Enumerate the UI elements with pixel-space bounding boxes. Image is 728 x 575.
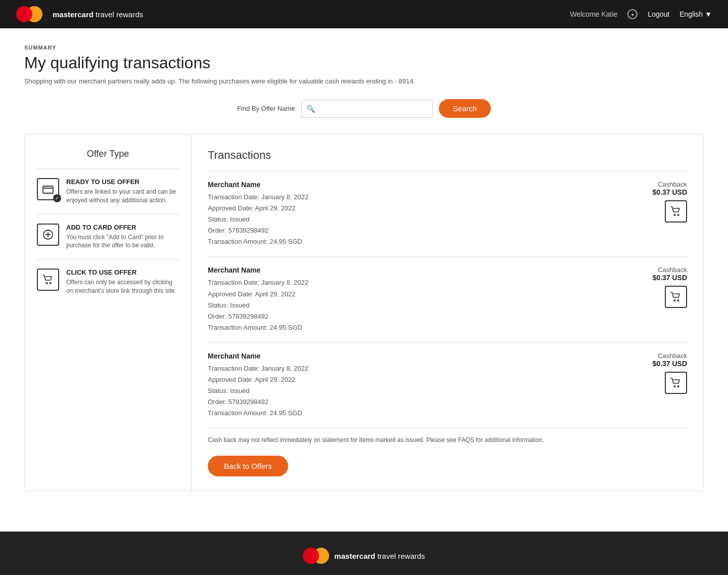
- site-header: mastercard travel rewards Welcome Katie …: [0, 0, 728, 28]
- cashback-amount-1: $0.37 USD: [653, 188, 687, 196]
- click-to-use-icon: [37, 269, 59, 291]
- transaction-date-3: Transaction Date: January 8, 2022: [208, 365, 308, 372]
- mc-red-circle: [16, 6, 32, 22]
- footer-mc-logo: [303, 548, 329, 564]
- approved-date-3: Approved Date: April 29, 2022: [208, 376, 295, 383]
- logout-button[interactable]: Logout: [648, 10, 669, 18]
- transaction-date-2: Transaction Date: January 8, 2022: [208, 279, 308, 286]
- ready-to-use-icon: ✓: [37, 178, 59, 200]
- add-to-card-desc: You must click "Add to Card" prior to pu…: [66, 233, 179, 250]
- cart-icon-1: [665, 200, 687, 223]
- transaction-right-1: Cashback $0.37 USD: [653, 181, 687, 223]
- user-icon: ●: [627, 9, 638, 19]
- offer-type-panel: Offer Type ✓ READY TO USE OFFER Offers a…: [25, 135, 192, 491]
- cashback-3: Cashback $0.37 USD: [653, 352, 687, 368]
- cashback-label-3: Cashback: [653, 352, 687, 360]
- language-selector[interactable]: English ▼: [679, 10, 712, 18]
- status-2: Status: Issued: [208, 301, 249, 309]
- click-to-use-text: CLICK TO USE OFFER Offers can only be ac…: [66, 269, 179, 295]
- svg-point-11: [674, 385, 675, 387]
- search-input[interactable]: [301, 100, 433, 118]
- transactions-title: Transactions: [208, 149, 687, 162]
- panel-row: Offer Type ✓ READY TO USE OFFER Offers a…: [24, 134, 704, 491]
- ready-to-use-text: READY TO USE OFFER Offers are linked to …: [66, 178, 179, 205]
- cart-icon-2: [665, 286, 687, 308]
- mastercard-logo: [16, 6, 42, 22]
- add-to-card-name: ADD TO CARD OFFER: [66, 224, 179, 231]
- page-title: My qualifying transactions: [24, 54, 704, 72]
- add-to-card-text: ADD TO CARD OFFER You must click "Add to…: [66, 224, 179, 250]
- brand-bold: mastercard: [53, 10, 94, 19]
- search-button[interactable]: Search: [439, 99, 491, 118]
- offer-item-add: ADD TO CARD OFFER You must click "Add to…: [37, 224, 179, 250]
- main-content: SUMMARY My qualifying transactions Shopp…: [0, 28, 728, 507]
- transaction-info-2: Merchant Name Transaction Date: January …: [208, 266, 308, 333]
- header-nav: Welcome Katie ● Logout English ▼: [570, 9, 712, 19]
- cashback-1: Cashback $0.37 USD: [653, 181, 687, 196]
- brand-name: mastercard travel rewards: [53, 10, 143, 19]
- offer-type-divider: [37, 168, 179, 169]
- cashback-label-1: Cashback: [653, 181, 687, 188]
- table-row: Merchant Name Transaction Date: January …: [208, 343, 687, 428]
- check-badge-icon: ✓: [53, 194, 61, 202]
- transactions-panel: Transactions Merchant Name Transaction D…: [192, 135, 703, 491]
- ready-to-use-desc: Offers are linked to your card and can b…: [66, 188, 179, 205]
- transaction-right-2: Cashback $0.37 USD: [653, 266, 687, 308]
- back-to-offers-button[interactable]: Back to Offers: [208, 456, 288, 476]
- transaction-info-1: Merchant Name Transaction Date: January …: [208, 181, 308, 247]
- svg-point-9: [674, 300, 675, 301]
- table-row: Merchant Name Transaction Date: January …: [208, 257, 687, 342]
- footer-logo: mastercard travel rewards: [24, 548, 704, 564]
- cashback-2: Cashback $0.37 USD: [653, 266, 687, 282]
- order-1: Order: 57839298492: [208, 227, 268, 234]
- search-label: Find By Offer Name: [237, 105, 295, 112]
- svg-point-12: [677, 385, 679, 387]
- svg-point-7: [674, 214, 675, 216]
- chevron-down-icon: ▼: [705, 10, 712, 18]
- table-row: Merchant Name Transaction Date: January …: [208, 171, 687, 257]
- summary-label: SUMMARY: [24, 45, 704, 51]
- offer-type-title: Offer Type: [37, 149, 179, 159]
- svg-rect-0: [43, 186, 53, 193]
- cashback-note: Cash back may not reflect immediately on…: [208, 436, 687, 444]
- offer-item-click: CLICK TO USE OFFER Offers can only be ac…: [37, 269, 179, 295]
- search-bar: Find By Offer Name 🔍 Search: [24, 99, 704, 118]
- approved-date-2: Approved Date: April 29, 2022: [208, 290, 295, 298]
- search-icon: 🔍: [306, 105, 315, 113]
- add-divider: [37, 259, 179, 259]
- language-label: English: [679, 10, 703, 18]
- svg-point-6: [50, 283, 51, 284]
- welcome-text: Welcome Katie: [570, 10, 617, 18]
- merchant-name-3: Merchant Name: [208, 352, 308, 360]
- cart-icon-3: [665, 372, 687, 394]
- ready-divider: [37, 214, 179, 214]
- cashback-amount-3: $0.37 USD: [653, 360, 687, 368]
- svg-point-5: [46, 283, 48, 284]
- add-to-card-icon: [37, 224, 59, 246]
- svg-point-8: [677, 214, 679, 216]
- amount-2: Transaction Amount: 24.95 SGD: [208, 324, 302, 331]
- cashback-label-2: Cashback: [653, 266, 687, 274]
- ready-to-use-name: READY TO USE OFFER: [66, 178, 179, 186]
- transaction-date-1: Transaction Date: January 8, 2022: [208, 193, 308, 201]
- page-subtitle: Shopping with our merchant partners real…: [24, 77, 704, 85]
- click-to-use-desc: Offers can only be accessed by clicking …: [66, 278, 179, 295]
- offer-item-ready: ✓ READY TO USE OFFER Offers are linked t…: [37, 178, 179, 205]
- order-2: Order: 57839298492: [208, 313, 268, 320]
- search-input-wrap: 🔍: [301, 100, 433, 118]
- svg-point-10: [677, 300, 679, 301]
- cashback-amount-2: $0.37 USD: [653, 274, 687, 282]
- transaction-info-3: Merchant Name Transaction Date: January …: [208, 352, 308, 419]
- header-logo-section: mastercard travel rewards: [16, 6, 143, 22]
- status-3: Status: Issued: [208, 387, 249, 394]
- order-3: Order: 57839298492: [208, 398, 268, 406]
- merchant-name-2: Merchant Name: [208, 266, 308, 274]
- footer-brand-name: mastercard travel rewards: [334, 552, 425, 560]
- site-footer: mastercard travel rewards This site is f…: [0, 532, 728, 575]
- merchant-name-1: Merchant Name: [208, 181, 308, 189]
- click-to-use-name: CLICK TO USE OFFER: [66, 269, 179, 276]
- amount-1: Transaction Amount: 24.95 SGD: [208, 238, 302, 245]
- transaction-right-3: Cashback $0.37 USD: [653, 352, 687, 394]
- footer-brand-bold: mastercard: [334, 552, 375, 560]
- status-1: Status: Issued: [208, 215, 249, 223]
